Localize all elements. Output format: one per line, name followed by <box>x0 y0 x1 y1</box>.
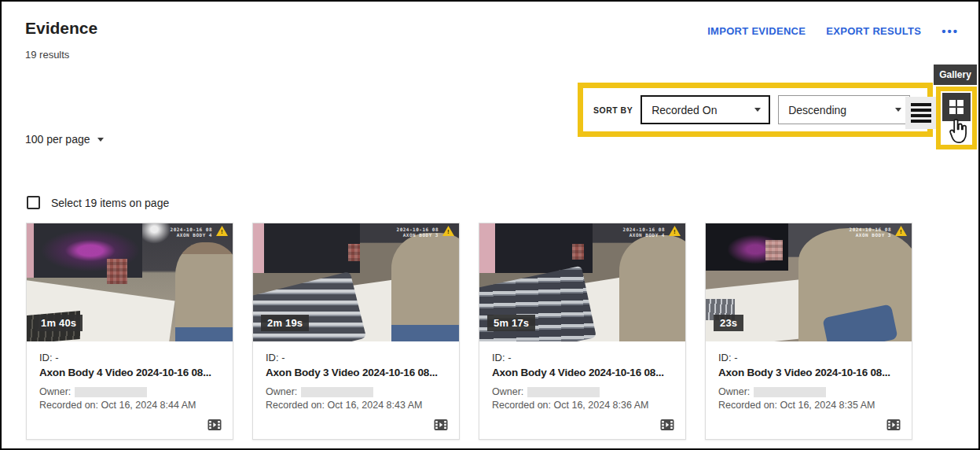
video-thumbnail[interactable]: 2024-10-16 08AXON BODY 3 23s <box>706 223 912 341</box>
per-page-value: 100 per page <box>25 133 90 146</box>
evidence-id: ID: - <box>718 352 899 363</box>
evidence-page: Evidence 19 results IMPORT EVIDENCE EXPO… <box>0 0 980 450</box>
photo-layer <box>391 233 459 341</box>
owner-label: Owner: <box>266 386 297 397</box>
video-thumbnail[interactable]: 2024-10-16 08AXON BODY 3 2m 19s <box>253 223 459 341</box>
evidence-card[interactable]: 2024-10-16 08AXON BODY 3 23s ID: - Axon … <box>705 223 912 440</box>
import-evidence-button[interactable]: IMPORT EVIDENCE <box>707 25 806 37</box>
select-all-label: Select 19 items on page <box>51 197 169 209</box>
recorded-on: Recorded on: Oct 16, 2024 8:44 AM <box>39 400 220 411</box>
photo-layer <box>175 242 233 341</box>
warning-triangle-icon <box>669 226 681 236</box>
redacted-owner-name <box>301 387 373 397</box>
evidence-id: ID: - <box>39 352 220 363</box>
evidence-card[interactable]: 2024-10-16 08AXON BODY 3 2m 19s ID: - Ax… <box>252 223 460 440</box>
sort-direction-dropdown[interactable]: Descending <box>778 95 910 124</box>
evidence-title[interactable]: Axon Body 3 Video 2024-10-16 08... <box>718 367 899 378</box>
duration-badge: 2m 19s <box>261 315 309 331</box>
header-actions: IMPORT EVIDENCE EXPORT RESULTS ••• <box>707 25 959 37</box>
owner-row: Owner: <box>39 386 220 397</box>
evidence-title[interactable]: Axon Body 4 Video 2024-10-16 08... <box>39 367 220 378</box>
card-details: ID: - Axon Body 4 Video 2024-10-16 08...… <box>479 341 685 411</box>
page-title: Evidence <box>25 19 97 38</box>
grid-icon <box>949 99 964 115</box>
sort-field-value: Recorded On <box>651 104 717 116</box>
chevron-down-icon <box>895 108 901 112</box>
duration-badge: 23s <box>714 315 743 331</box>
redacted-face <box>348 244 360 261</box>
more-menu-icon[interactable]: ••• <box>941 28 959 35</box>
camera-overlay-text: 2024-10-16 08AXON BODY 4 <box>171 227 212 238</box>
export-results-button[interactable]: EXPORT RESULTS <box>826 25 921 37</box>
evidence-title[interactable]: Axon Body 4 Video 2024-10-16 08... <box>492 367 673 378</box>
recorded-on: Recorded on: Oct 16, 2024 8:36 AM <box>492 400 673 411</box>
warning-triangle-icon <box>442 226 454 236</box>
gallery-tooltip: Gallery <box>934 65 977 85</box>
owner-row: Owner: <box>492 386 673 397</box>
redacted-owner-name <box>754 387 826 397</box>
evidence-card[interactable]: 2024-10-16 08AXON BODY 4 1m 40s ID: - Ax… <box>26 223 233 440</box>
results-count: 19 results <box>25 49 69 61</box>
video-type-icon <box>886 419 901 431</box>
video-thumbnail[interactable]: 2024-10-16 08AXON BODY 4 5m 17s <box>479 223 685 341</box>
owner-row: Owner: <box>718 386 899 397</box>
sort-by-label: SORT BY <box>593 105 633 115</box>
evidence-id: ID: - <box>266 352 446 363</box>
redacted-face <box>765 240 783 260</box>
warning-triangle-icon <box>216 226 228 236</box>
camera-overlay-text: 2024-10-16 08AXON BODY 4 <box>623 227 665 238</box>
warning-triangle-icon <box>895 226 907 236</box>
evidence-title[interactable]: Axon Body 3 Video 2024-10-16 08... <box>266 367 446 378</box>
recorded-on: Recorded on: Oct 16, 2024 8:35 AM <box>718 400 899 411</box>
video-type-icon <box>207 419 222 431</box>
redacted-face <box>107 259 127 284</box>
card-details: ID: - Axon Body 4 Video 2024-10-16 08...… <box>27 341 233 411</box>
per-page-dropdown[interactable]: 100 per page <box>25 133 104 146</box>
sort-direction-value: Descending <box>788 104 846 116</box>
photo-layer <box>619 235 685 341</box>
select-all-checkbox[interactable] <box>27 196 40 209</box>
sort-field-dropdown[interactable]: Recorded On <box>640 95 770 124</box>
chevron-down-icon <box>754 108 761 112</box>
chevron-down-icon <box>97 138 104 142</box>
evidence-id: ID: - <box>492 352 673 363</box>
duration-badge: 1m 40s <box>35 315 83 331</box>
card-details: ID: - Axon Body 3 Video 2024-10-16 08...… <box>706 341 912 411</box>
video-type-icon <box>660 419 674 431</box>
card-details: ID: - Axon Body 3 Video 2024-10-16 08...… <box>253 341 459 411</box>
hand-cursor-icon <box>946 117 971 146</box>
redacted-owner-name <box>75 387 147 397</box>
duration-badge: 5m 17s <box>487 315 535 331</box>
evidence-card-grid: 2024-10-16 08AXON BODY 4 1m 40s ID: - Ax… <box>26 223 912 440</box>
camera-overlay-text: 2024-10-16 08AXON BODY 3 <box>397 227 439 238</box>
owner-label: Owner: <box>718 386 750 397</box>
list-view-icon <box>911 103 931 106</box>
video-type-icon <box>434 419 448 431</box>
select-all-row: Select 19 items on page <box>27 196 169 209</box>
sort-controls-highlight: SORT BY Recorded On Descending <box>578 83 933 137</box>
redacted-owner-name <box>527 387 600 397</box>
recorded-on: Recorded on: Oct 16, 2024 8:43 AM <box>266 400 446 411</box>
photo-layer <box>253 223 360 273</box>
video-thumbnail[interactable]: 2024-10-16 08AXON BODY 4 1m 40s <box>27 223 233 341</box>
redacted-face <box>572 244 584 260</box>
list-view-button[interactable] <box>905 97 937 129</box>
owner-label: Owner: <box>492 386 523 397</box>
camera-overlay-text: 2024-10-16 08AXON BODY 3 <box>850 227 891 238</box>
evidence-card[interactable]: 2024-10-16 08AXON BODY 4 5m 17s ID: - Ax… <box>479 223 686 440</box>
owner-row: Owner: <box>266 386 446 397</box>
owner-label: Owner: <box>39 386 71 397</box>
